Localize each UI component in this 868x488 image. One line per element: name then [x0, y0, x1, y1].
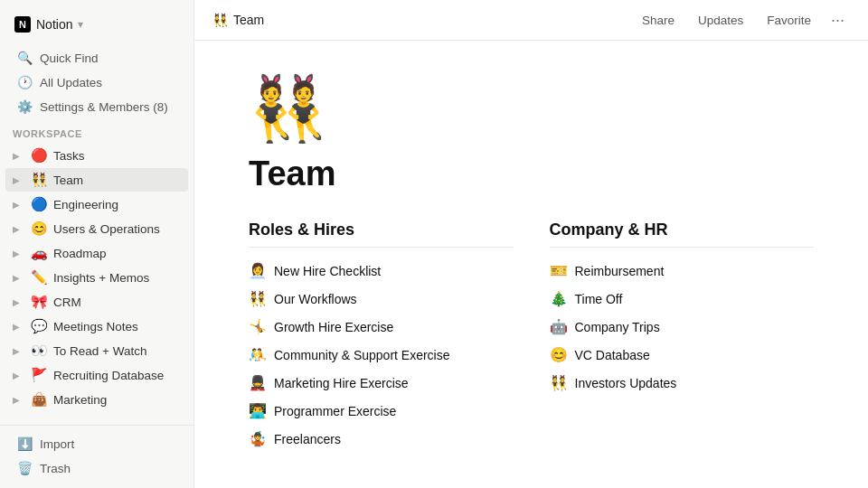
- brand-caret: ▾: [78, 18, 83, 31]
- page-title: Team: [249, 155, 814, 193]
- list-item[interactable]: 👯 Investors Updates: [550, 369, 815, 397]
- chevron-icon: ▶: [13, 395, 25, 405]
- list-item[interactable]: 👯 Our Workflows: [249, 285, 514, 313]
- marketing-label: Marketing: [53, 393, 183, 407]
- roles-hires-heading: Roles & Hires: [249, 221, 514, 248]
- marketing-emoji: 👜: [31, 391, 48, 408]
- sidebar-item-trash[interactable]: 🗑️ Trash: [5, 456, 188, 480]
- sidebar-bottom: ⬇️ Import 🗑️ Trash: [0, 425, 193, 481]
- item-label: New Hire Checklist: [274, 264, 381, 278]
- item-label: Growth Hire Exercise: [274, 320, 393, 334]
- chevron-icon: ▶: [13, 322, 25, 332]
- sidebar-item-all-updates[interactable]: 🕐 All Updates: [5, 70, 188, 94]
- topbar-actions: Share Updates Favorite ···: [633, 7, 850, 33]
- list-item[interactable]: 🤼 Community & Support Exercise: [249, 341, 514, 369]
- list-item[interactable]: 👨‍💻 Programmer Exercise: [249, 397, 514, 425]
- sidebar-item-tasks[interactable]: ▶ 🔴 Tasks: [5, 144, 188, 167]
- updates-button[interactable]: Updates: [689, 10, 752, 31]
- roles-hires-column: Roles & Hires 👩‍💼 New Hire Checklist 👯 O…: [249, 221, 514, 453]
- users-ops-label: Users & Operations: [53, 222, 183, 236]
- meetings-label: Meetings Notes: [53, 320, 183, 333]
- list-item[interactable]: 🤖 Company Trips: [550, 313, 815, 341]
- item-emoji: 👯: [249, 290, 267, 307]
- sidebar-item-crm[interactable]: ▶ 🎀 CRM: [5, 290, 188, 314]
- item-emoji: 👨‍💻: [249, 402, 267, 419]
- item-label: Freelancers: [274, 432, 341, 446]
- item-label: Investors Updates: [575, 376, 677, 390]
- item-emoji: 💂: [249, 374, 267, 391]
- clock-icon: 🕐: [16, 75, 33, 89]
- item-label: Time Off: [575, 292, 623, 306]
- sidebar-nav: 🔍 Quick Find 🕐 All Updates ⚙️ Settings &…: [0, 45, 193, 119]
- chevron-icon: ▶: [13, 175, 25, 185]
- sidebar-item-recruiting[interactable]: ▶ 🚩 Recruiting Database: [5, 363, 188, 387]
- sidebar-item-import[interactable]: ⬇️ Import: [5, 432, 188, 455]
- company-hr-list: 🎫 Reimbursement 🎄 Time Off 🤖 Company Tri…: [550, 257, 815, 397]
- brand-button[interactable]: N Notion ▾: [7, 11, 186, 38]
- favorite-button[interactable]: Favorite: [758, 10, 820, 31]
- more-options-button[interactable]: ···: [826, 7, 850, 33]
- topbar-title: 👯 Team: [212, 13, 264, 27]
- trash-label: Trash: [40, 462, 71, 475]
- page-emoji: 👯: [249, 77, 814, 140]
- chevron-icon: ▶: [13, 249, 25, 258]
- list-item[interactable]: 😊 VC Database: [550, 341, 815, 369]
- to-read-label: To Read + Watch: [53, 344, 183, 358]
- sidebar-item-marketing[interactable]: ▶ 👜 Marketing: [5, 388, 188, 411]
- sidebar-top: N Notion ▾: [0, 7, 193, 45]
- to-read-emoji: 👀: [31, 343, 48, 359]
- sidebar-item-insights[interactable]: ▶ ✏️ Insights + Memos: [5, 266, 188, 289]
- item-emoji: 😊: [550, 346, 568, 363]
- list-item[interactable]: 🎫 Reimbursement: [550, 257, 815, 285]
- item-emoji: 🎫: [550, 262, 568, 279]
- item-label: Programmer Exercise: [274, 404, 396, 418]
- recruiting-label: Recruiting Database: [53, 369, 183, 382]
- meetings-emoji: 💬: [31, 318, 48, 334]
- list-item[interactable]: 🤹 Freelancers: [249, 425, 514, 453]
- tasks-emoji: 🔴: [31, 147, 48, 164]
- sidebar-item-settings[interactable]: ⚙️ Settings & Members (8): [5, 95, 188, 118]
- engineering-label: Engineering: [53, 198, 183, 211]
- gear-icon: ⚙️: [16, 99, 33, 114]
- item-emoji: 👯: [550, 374, 568, 391]
- item-label: Marketing Hire Exercise: [274, 376, 409, 390]
- chevron-icon: ▶: [13, 200, 25, 210]
- list-item[interactable]: 🤸 Growth Hire Exercise: [249, 313, 514, 341]
- chevron-icon: ▶: [13, 297, 25, 307]
- chevron-icon: ▶: [13, 151, 25, 161]
- crm-label: CRM: [53, 296, 183, 309]
- sidebar-item-engineering[interactable]: ▶ 🔵 Engineering: [5, 192, 188, 216]
- sidebar-item-quick-find[interactable]: 🔍 Quick Find: [5, 46, 188, 70]
- chevron-icon: ▶: [13, 273, 25, 283]
- topbar: 👯 Team Share Updates Favorite ···: [194, 0, 868, 41]
- item-label: VC Database: [575, 348, 650, 362]
- item-emoji: 🎄: [550, 290, 568, 307]
- list-item[interactable]: 🎄 Time Off: [550, 285, 815, 313]
- sidebar-item-roadmap[interactable]: ▶ 🚗 Roadmap: [5, 241, 188, 265]
- item-emoji: 🤹: [249, 430, 267, 447]
- workspace-label: WORKSPACE: [0, 119, 193, 143]
- roles-hires-list: 👩‍💼 New Hire Checklist 👯 Our Workflows 🤸…: [249, 257, 514, 453]
- insights-emoji: ✏️: [31, 269, 48, 286]
- item-label: Reimbursement: [575, 264, 665, 278]
- page-content: 👯 Team Roles & Hires 👩‍💼 New Hire Checkl…: [194, 41, 868, 488]
- list-item[interactable]: 👩‍💼 New Hire Checklist: [249, 257, 514, 285]
- sidebar-item-to-read[interactable]: ▶ 👀 To Read + Watch: [5, 339, 188, 362]
- item-label: Company Trips: [575, 320, 660, 334]
- tasks-label: Tasks: [53, 149, 183, 163]
- main-panel: 👯 Team Share Updates Favorite ··· 👯 Team…: [194, 0, 868, 488]
- trash-icon: 🗑️: [16, 461, 33, 475]
- sidebar-item-meetings[interactable]: ▶ 💬 Meetings Notes: [5, 314, 188, 338]
- share-button[interactable]: Share: [633, 10, 684, 31]
- company-hr-heading: Company & HR: [550, 221, 815, 248]
- engineering-emoji: 🔵: [31, 196, 48, 212]
- item-emoji: 👩‍💼: [249, 262, 267, 279]
- list-item[interactable]: 💂 Marketing Hire Exercise: [249, 369, 514, 397]
- sidebar-item-team[interactable]: ▶ 👯 Team: [5, 168, 188, 192]
- sidebar-nav-label: Settings & Members (8): [40, 100, 168, 114]
- sidebar: N Notion ▾ 🔍 Quick Find 🕐 All Updates ⚙️…: [0, 0, 194, 488]
- import-label: Import: [40, 437, 74, 451]
- import-icon: ⬇️: [16, 436, 33, 451]
- sidebar-item-users-ops[interactable]: ▶ 😊 Users & Operations: [5, 217, 188, 240]
- content-columns: Roles & Hires 👩‍💼 New Hire Checklist 👯 O…: [249, 221, 814, 453]
